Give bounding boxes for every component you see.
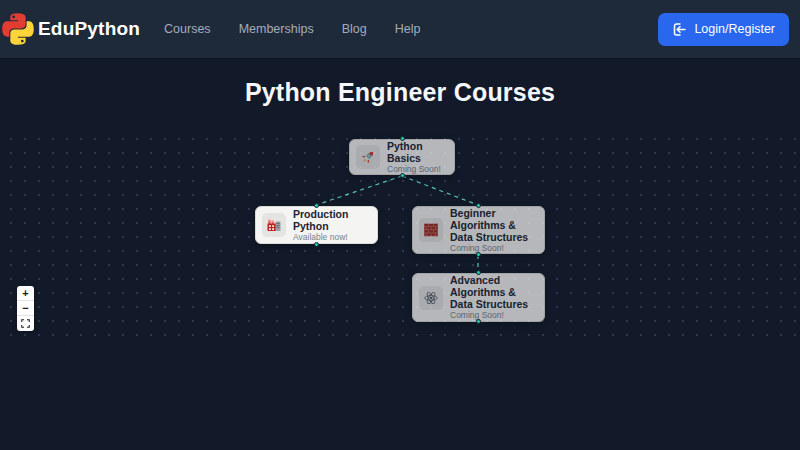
edupython-logo-icon bbox=[2, 13, 34, 45]
page-title: Python Engineer Courses bbox=[0, 78, 800, 107]
atom-icon bbox=[423, 290, 439, 306]
login-register-button[interactable]: Login/Register bbox=[658, 13, 789, 46]
node-title: Python Basics bbox=[387, 140, 446, 164]
handle-production-python-bottom[interactable] bbox=[314, 242, 319, 247]
node-subtitle: Available now! bbox=[293, 233, 369, 243]
main-nav: Courses Memberships Blog Help bbox=[164, 22, 420, 36]
nav-item-courses[interactable]: Courses bbox=[164, 22, 211, 36]
nav-item-memberships[interactable]: Memberships bbox=[239, 22, 314, 36]
course-node-production-python[interactable]: Production Python Available now! bbox=[255, 206, 378, 244]
handle-python-basics-top[interactable] bbox=[400, 136, 405, 141]
course-node-python-basics[interactable]: Python Basics Coming Soon! bbox=[349, 139, 455, 175]
edupython-page: { "header": { "brand": "EduPython", "nav… bbox=[0, 0, 800, 450]
fit-view-icon bbox=[21, 319, 30, 328]
login-button-label: Login/Register bbox=[694, 22, 775, 36]
node-title: Production Python bbox=[293, 208, 369, 232]
node-subtitle: Coming Soon! bbox=[387, 165, 446, 175]
node-title: Beginner Algorithms & Data Structures bbox=[450, 207, 536, 243]
handle-beginner-algorithms-bottom[interactable] bbox=[476, 252, 481, 257]
handle-python-basics-bottom[interactable] bbox=[400, 173, 405, 178]
zoom-out-button[interactable]: − bbox=[17, 301, 34, 316]
node-title: Advanced Algorithms & Data Structures bbox=[450, 274, 536, 310]
course-node-beginner-algorithms[interactable]: Beginner Algorithms & Data Structures Co… bbox=[412, 206, 545, 254]
factory-icon bbox=[266, 217, 282, 233]
brand[interactable]: EduPython bbox=[2, 13, 140, 45]
brand-name: EduPython bbox=[38, 18, 140, 40]
nav-item-blog[interactable]: Blog bbox=[342, 22, 367, 36]
course-node-advanced-algorithms[interactable]: Advanced Algorithms & Data Structures Co… bbox=[412, 273, 545, 322]
zoom-in-button[interactable]: + bbox=[17, 286, 34, 301]
flow-controls: + − bbox=[17, 286, 34, 331]
fit-view-button[interactable] bbox=[17, 316, 34, 331]
nav-item-help[interactable]: Help bbox=[395, 22, 421, 36]
header: EduPython Courses Memberships Blog Help … bbox=[0, 0, 800, 58]
node-subtitle: Coming Soon! bbox=[450, 311, 536, 321]
handle-advanced-algorithms-top[interactable] bbox=[476, 270, 481, 275]
login-icon bbox=[672, 22, 687, 37]
handle-production-python-top[interactable] bbox=[314, 203, 319, 208]
node-subtitle: Coming Soon! bbox=[450, 244, 536, 254]
rocket-icon bbox=[360, 149, 376, 165]
handle-beginner-algorithms-top[interactable] bbox=[476, 203, 481, 208]
handle-advanced-algorithms-bottom[interactable] bbox=[476, 319, 481, 324]
bricks-icon bbox=[423, 222, 439, 238]
